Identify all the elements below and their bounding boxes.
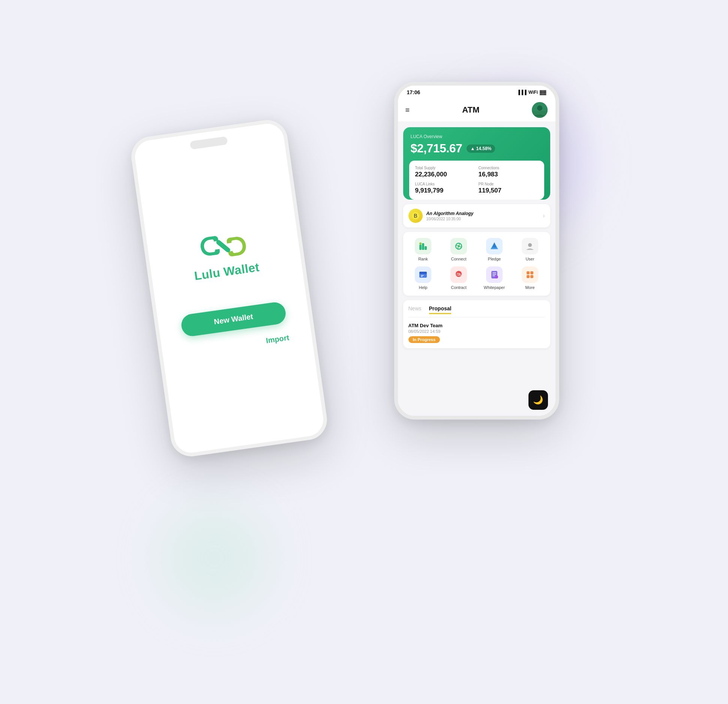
svg-rect-17	[421, 276, 423, 277]
stat-luca-links: LUCA Links 9,919,799	[415, 182, 475, 194]
menu-grid: Rank Connect	[403, 232, 550, 296]
luca-label: LUCA Overview	[411, 134, 543, 139]
battery-icon: ▓▓	[540, 90, 546, 95]
menu-item-more[interactable]: More	[513, 266, 547, 290]
luca-amount-row: $2,715.67 ▲ 14.58%	[411, 141, 543, 155]
rank-icon	[415, 238, 431, 254]
svg-text:B: B	[414, 213, 417, 219]
svg-rect-28	[530, 275, 533, 278]
svg-rect-16	[421, 275, 424, 276]
svg-rect-25	[527, 271, 530, 274]
news-status-badge: In Progress	[408, 336, 440, 343]
status-time: 17:06	[407, 89, 420, 95]
news-source: ATM Dev Team	[408, 323, 545, 328]
ticker-text: An Algorithm Analogy 10/06/2022 10:35:00	[426, 211, 539, 221]
whitepaper-label: Whitepaper	[484, 285, 505, 290]
news-section: News Proposal ATM Dev Team 08/05/2022 14…	[403, 300, 550, 348]
tab-proposal[interactable]: Proposal	[429, 305, 452, 314]
menu-item-help[interactable]: Help	[406, 266, 440, 290]
left-phone-screen: Lulu Wallet New Wallet Import	[133, 122, 325, 454]
moon-icon: 🌙	[533, 395, 543, 405]
pledge-icon	[486, 238, 503, 254]
svg-rect-6	[422, 243, 424, 250]
menu-item-whitepaper[interactable]: Whitepaper	[477, 266, 512, 290]
app-content[interactable]: LUCA Overview $2,715.67 ▲ 14.58% Total S…	[398, 122, 555, 416]
connections-value: 16,983	[479, 171, 538, 178]
menu-item-contract[interactable]: 🛍 Contract	[442, 266, 476, 290]
svg-rect-22	[492, 274, 496, 275]
svg-point-1	[537, 105, 542, 111]
luca-links-value: 9,919,799	[415, 187, 475, 194]
luca-badge: ▲ 14.58%	[467, 144, 495, 153]
more-label: More	[525, 285, 534, 290]
svg-point-13	[528, 243, 532, 247]
right-phone-screen: 17:06 ▐▐▐ WiFi ▓▓ ≡ ATM	[398, 86, 555, 416]
stat-connections: Connections 16,983	[479, 166, 538, 178]
whitepaper-icon	[486, 266, 503, 283]
help-icon	[415, 266, 431, 283]
svg-marker-12	[492, 242, 497, 248]
help-label: Help	[419, 285, 428, 290]
stat-total-supply: Total Supply 22,236,000	[415, 166, 475, 178]
total-supply-value: 22,236,000	[415, 171, 475, 178]
bottom-pill[interactable]: 🌙	[528, 390, 548, 410]
lulu-logo	[196, 224, 250, 268]
left-phone: Lulu Wallet New Wallet Import	[129, 117, 330, 459]
svg-rect-23	[492, 275, 495, 276]
menu-item-rank[interactable]: Rank	[406, 238, 440, 261]
news-date: 08/05/2022 14:59	[408, 329, 545, 334]
news-item: ATM Dev Team 08/05/2022 14:59 In Progres…	[408, 323, 545, 343]
connect-label: Connect	[451, 257, 467, 261]
luca-amount: $2,715.67	[411, 141, 462, 155]
connections-label: Connections	[479, 166, 538, 170]
rank-label: Rank	[418, 257, 428, 261]
menu-item-pledge[interactable]: Pledge	[477, 238, 512, 261]
svg-point-8	[419, 242, 422, 245]
svg-rect-27	[527, 275, 530, 278]
svg-rect-21	[492, 272, 496, 273]
connect-icon	[450, 238, 467, 254]
contract-icon: 🛍	[450, 266, 467, 283]
menu-item-connect[interactable]: Connect	[442, 238, 476, 261]
header-title: ATM	[462, 105, 479, 115]
new-wallet-button[interactable]: New Wallet	[180, 301, 287, 337]
luca-overview-card: LUCA Overview $2,715.67 ▲ 14.58% Total S…	[403, 127, 550, 200]
ticker-date: 10/06/2022 10:35:00	[426, 217, 539, 221]
svg-rect-15	[419, 272, 427, 274]
hamburger-icon[interactable]: ≡	[405, 106, 410, 114]
ticker-arrow-icon: ›	[543, 212, 545, 219]
tab-news[interactable]: News	[408, 305, 422, 314]
ticker-title: An Algorithm Analogy	[426, 211, 539, 216]
svg-rect-26	[530, 271, 533, 274]
svg-text:🛍: 🛍	[456, 272, 461, 277]
app-header: ≡ ATM	[398, 98, 555, 122]
contract-label: Contract	[451, 285, 467, 290]
pr-node-label: PR Node	[479, 182, 538, 186]
avatar[interactable]	[532, 102, 548, 118]
right-phone: 17:06 ▐▐▐ WiFi ▓▓ ≡ ATM	[394, 82, 559, 420]
wifi-icon: WiFi	[528, 90, 538, 95]
total-supply-label: Total Supply	[415, 166, 475, 170]
svg-rect-7	[425, 246, 427, 250]
pr-node-value: 119,507	[479, 187, 538, 194]
news-ticker[interactable]: B An Algorithm Analogy 10/06/2022 10:35:…	[403, 204, 550, 227]
luca-stats: Total Supply 22,236,000 Connections 16,9…	[409, 161, 544, 200]
svg-rect-5	[419, 245, 422, 250]
more-icon	[522, 266, 538, 283]
menu-item-user[interactable]: User	[513, 238, 547, 261]
svg-rect-2	[532, 111, 548, 118]
svg-point-24	[495, 275, 498, 278]
news-tabs: News Proposal	[408, 305, 545, 317]
luca-links-label: LUCA Links	[415, 182, 475, 186]
signal-icon: ▐▐▐	[517, 90, 527, 95]
ticker-icon: B	[408, 209, 423, 223]
import-button[interactable]: Import	[265, 333, 290, 345]
stat-pr-node: PR Node 119,507	[479, 182, 538, 194]
pledge-label: Pledge	[488, 257, 501, 261]
user-label: User	[525, 257, 534, 261]
status-icons: ▐▐▐ WiFi ▓▓	[517, 90, 546, 95]
status-bar: 17:06 ▐▐▐ WiFi ▓▓	[398, 86, 555, 98]
user-icon	[522, 238, 538, 254]
bg-decoration-2	[158, 502, 270, 615]
